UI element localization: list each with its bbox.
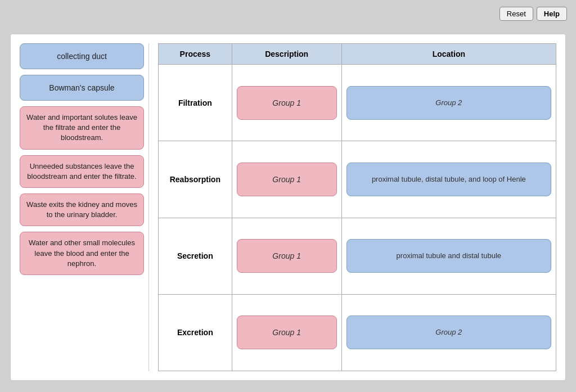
table-row: Filtration Group 1 Group 2 xyxy=(159,65,556,141)
top-right-buttons: Reset Help xyxy=(500,7,567,21)
process-excretion: Excretion xyxy=(159,294,232,371)
location-excretion-card[interactable]: Group 2 xyxy=(346,316,551,349)
outer-container: Reset Help collecting duct Bowman's caps… xyxy=(0,0,576,392)
description-excretion-cell[interactable]: Group 1 xyxy=(232,294,341,371)
table-row: Secretion Group 1 proximal tubule and di… xyxy=(159,218,556,294)
process-filtration: Filtration xyxy=(159,65,232,141)
description-reabsorption-cell[interactable]: Group 1 xyxy=(232,141,341,218)
description-filtration-card[interactable]: Group 1 xyxy=(237,86,337,120)
description-secretion-cell[interactable]: Group 1 xyxy=(232,218,341,294)
sidebar-card-collecting-duct[interactable]: collecting duct xyxy=(20,43,144,69)
sidebar-card-waste-exits[interactable]: Waste exits the kidney and moves to the … xyxy=(20,193,144,226)
sidebar-card-water-molecules[interactable]: Water and other small molecules leave th… xyxy=(20,232,144,275)
main-panel: collecting duct Bowman's capsule Water a… xyxy=(10,34,566,381)
sidebar: collecting duct Bowman's capsule Water a… xyxy=(20,43,149,371)
description-excretion-card[interactable]: Group 1 xyxy=(237,316,337,349)
reset-button[interactable]: Reset xyxy=(500,7,533,21)
table-area: Process Description Location Filtration … xyxy=(158,43,556,371)
table-row: Excretion Group 1 Group 2 xyxy=(159,294,556,371)
table-row: Reabsorption Group 1 proximal tubule, di… xyxy=(159,141,556,218)
description-reabsorption-card[interactable]: Group 1 xyxy=(237,163,337,196)
description-secretion-card[interactable]: Group 1 xyxy=(237,239,337,273)
location-reabsorption-cell[interactable]: proximal tubule, distal tubule, and loop… xyxy=(341,141,556,218)
location-filtration-card[interactable]: Group 2 xyxy=(346,86,551,120)
sidebar-card-unneeded[interactable]: Unneeded substances leave the bloodstrea… xyxy=(20,155,144,188)
process-secretion: Secretion xyxy=(159,218,232,294)
help-button[interactable]: Help xyxy=(537,7,567,21)
location-filtration-cell[interactable]: Group 2 xyxy=(341,65,556,141)
location-reabsorption-card[interactable]: proximal tubule, distal tubule, and loop… xyxy=(346,163,551,196)
sidebar-card-bowmans-capsule[interactable]: Bowman's capsule xyxy=(20,75,144,101)
header-location: Location xyxy=(341,44,556,65)
sidebar-card-water-solutes[interactable]: Water and important solutes leave the fi… xyxy=(20,106,144,150)
process-table: Process Description Location Filtration … xyxy=(158,43,556,371)
location-secretion-card[interactable]: proximal tubule and distal tubule xyxy=(346,239,551,273)
header-process: Process xyxy=(159,44,232,65)
location-secretion-cell[interactable]: proximal tubule and distal tubule xyxy=(341,218,556,294)
process-reabsorption: Reabsorption xyxy=(159,141,232,218)
location-excretion-cell[interactable]: Group 2 xyxy=(341,294,556,371)
description-filtration-cell[interactable]: Group 1 xyxy=(232,65,341,141)
header-description: Description xyxy=(232,44,341,65)
